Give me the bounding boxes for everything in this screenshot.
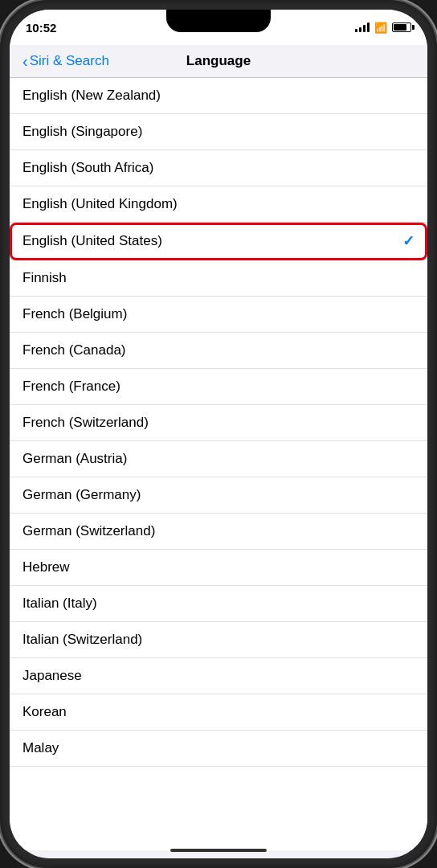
- status-bar: 10:52 📶: [10, 10, 427, 45]
- language-label-english-nz: English (New Zealand): [22, 88, 161, 104]
- list-item-finnish[interactable]: Finnish: [10, 260, 427, 297]
- list-item-german-ch[interactable]: German (Switzerland): [10, 514, 427, 550]
- page-title: Language: [186, 53, 251, 69]
- language-label-german-de: German (Germany): [22, 487, 141, 503]
- language-label-finnish: Finnish: [22, 270, 67, 286]
- status-icons: 📶: [355, 22, 411, 34]
- language-label-korean: Korean: [22, 704, 67, 720]
- wifi-icon: 📶: [374, 22, 387, 34]
- language-label-malay: Malay: [22, 740, 59, 756]
- list-item-german-de[interactable]: German (Germany): [10, 477, 427, 514]
- language-label-french-be: French (Belgium): [22, 306, 127, 322]
- list-item-french-ch[interactable]: French (Switzerland): [10, 405, 427, 441]
- list-item-hebrew[interactable]: Hebrew: [10, 550, 427, 586]
- back-label: Siri & Search: [30, 53, 109, 69]
- language-label-french-ca: French (Canada): [22, 342, 126, 358]
- list-item-italian-ch[interactable]: Italian (Switzerland): [10, 622, 427, 658]
- list-item-italian-it[interactable]: Italian (Italy): [10, 586, 427, 622]
- language-label-english-us: English (United States): [22, 233, 162, 249]
- language-label-hebrew: Hebrew: [22, 559, 70, 575]
- list-item-malay[interactable]: Malay: [10, 731, 427, 767]
- language-label-french-fr: French (France): [22, 379, 120, 395]
- language-label-german-ch: German (Switzerland): [22, 523, 155, 539]
- list-item-japanese[interactable]: Japanese: [10, 658, 427, 694]
- status-time: 10:52: [26, 21, 56, 35]
- list-item-german-at[interactable]: German (Austria): [10, 441, 427, 477]
- language-list: English (New Zealand)English (Singapore)…: [10, 78, 427, 850]
- home-indicator: [170, 849, 267, 852]
- list-item-english-sg[interactable]: English (Singapore): [10, 114, 427, 150]
- language-label-english-za: English (South Africa): [22, 160, 153, 176]
- list-item-french-ca[interactable]: French (Canada): [10, 333, 427, 369]
- back-button[interactable]: ‹ Siri & Search: [22, 53, 109, 69]
- language-label-italian-it: Italian (Italy): [22, 596, 97, 612]
- language-label-japanese: Japanese: [22, 668, 82, 684]
- signal-icon: [355, 23, 370, 32]
- list-item-english-nz[interactable]: English (New Zealand): [10, 78, 427, 114]
- list-item-english-za[interactable]: English (South Africa): [10, 150, 427, 186]
- phone-screen: 10:52 📶 ‹ Siri & Search Language: [10, 10, 427, 858]
- language-label-french-ch: French (Switzerland): [22, 415, 149, 431]
- list-item-korean[interactable]: Korean: [10, 694, 427, 731]
- checkmark-icon: ✓: [402, 232, 415, 250]
- nav-bar: ‹ Siri & Search Language: [10, 45, 427, 78]
- language-label-german-at: German (Austria): [22, 451, 127, 467]
- list-item-english-uk[interactable]: English (United Kingdom): [10, 186, 427, 223]
- list-item-english-us[interactable]: English (United States)✓: [10, 223, 427, 260]
- language-label-english-sg: English (Singapore): [22, 124, 142, 140]
- language-label-italian-ch: Italian (Switzerland): [22, 632, 142, 648]
- list-item-french-fr[interactable]: French (France): [10, 369, 427, 405]
- list-item-french-be[interactable]: French (Belgium): [10, 297, 427, 333]
- language-label-english-uk: English (United Kingdom): [22, 196, 178, 212]
- battery-icon: [392, 23, 411, 32]
- chevron-left-icon: ‹: [22, 53, 28, 69]
- notch: [166, 10, 271, 32]
- phone-frame: 10:52 📶 ‹ Siri & Search Language: [0, 0, 437, 868]
